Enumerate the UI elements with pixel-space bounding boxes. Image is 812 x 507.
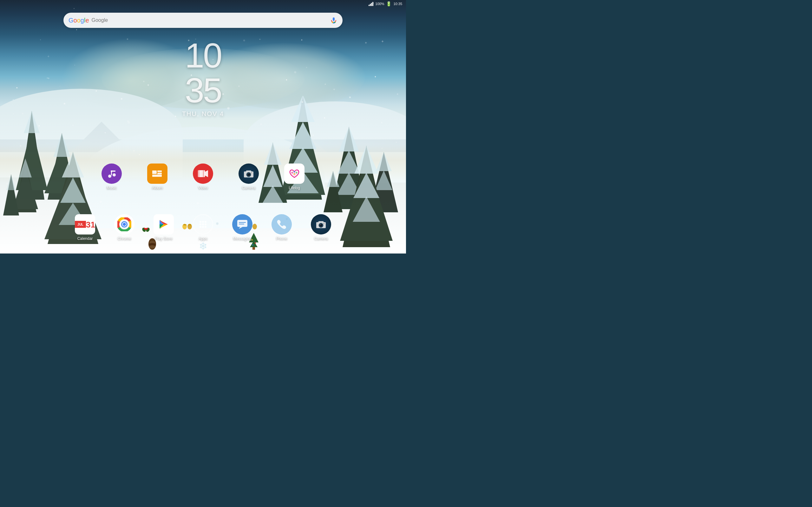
app-lifelog[interactable]: Lifelog (284, 164, 305, 190)
music-icon-bg (101, 164, 122, 184)
svg-rect-104 (152, 175, 162, 177)
clock-date: THU, NOV 4 (182, 110, 224, 118)
clock-minute: 35 (182, 73, 224, 108)
phone-icon-bg (271, 214, 292, 234)
svg-point-98 (113, 173, 116, 176)
svg-point-128 (200, 223, 201, 225)
svg-point-116 (296, 172, 298, 174)
status-icons: 100% 🔋 10:35 (368, 1, 402, 6)
microphone-icon[interactable] (330, 16, 338, 24)
chrome-icon-bg (114, 214, 135, 234)
calendar-label: Calendar (78, 236, 93, 241)
dock: JUL 31 Calendar Chrome (75, 214, 331, 241)
camera-mid-icon-bg (239, 164, 259, 184)
svg-point-114 (292, 172, 293, 174)
app-messaging[interactable]: Messaging (232, 214, 252, 241)
clock-widget: 10 35 THU, NOV 4 (182, 38, 224, 118)
app-video[interactable]: Video (193, 164, 213, 190)
svg-point-130 (205, 223, 206, 225)
svg-point-117 (294, 171, 295, 173)
svg-rect-142 (323, 223, 324, 224)
app-apps[interactable]: Apps (193, 214, 213, 241)
phone-label: Phone (276, 236, 287, 241)
svg-rect-92 (333, 17, 335, 21)
svg-rect-107 (199, 170, 199, 177)
app-camera-middle[interactable]: Camera (239, 164, 259, 190)
messaging-label: Messaging (233, 236, 252, 241)
svg-rect-103 (157, 173, 162, 174)
lifelog-icon-bg (284, 164, 305, 184)
app-chrome[interactable]: Chrome (114, 214, 135, 241)
svg-point-131 (200, 226, 201, 228)
search-field[interactable] (92, 17, 330, 23)
playstore-icon-bg (154, 214, 174, 234)
svg-marker-106 (205, 170, 208, 177)
lifelog-label: Lifelog (289, 186, 300, 190)
svg-point-126 (202, 221, 204, 223)
album-label: Album (152, 186, 163, 190)
svg-point-97 (108, 175, 111, 178)
signal-indicator (368, 2, 373, 6)
google-logo: Google (68, 17, 89, 24)
svg-point-125 (200, 221, 201, 223)
video-label: Video (198, 186, 208, 190)
album-icon-bg (147, 164, 167, 184)
status-bar: 100% 🔋 10:35 (0, 0, 406, 8)
svg-point-141 (320, 224, 321, 225)
battery-icon: 🔋 (386, 1, 392, 6)
camera-dock-icon-bg (311, 214, 331, 234)
app-playstore[interactable]: Play Store (154, 214, 174, 241)
app-camera-dock[interactable]: Camera (311, 214, 331, 241)
svg-point-127 (205, 221, 206, 223)
middle-apps-row: Music Album Video (101, 164, 305, 190)
app-phone[interactable]: Phone (271, 214, 292, 241)
chrome-label: Chrome (118, 236, 131, 241)
clock-hour: 10 (182, 38, 224, 73)
svg-point-115 (294, 173, 295, 175)
playstore-label: Play Store (155, 236, 172, 241)
svg-point-132 (202, 226, 204, 228)
app-music[interactable]: Music (101, 164, 122, 190)
search-input[interactable] (92, 13, 330, 28)
app-calendar[interactable]: JUL 31 Calendar (75, 214, 95, 241)
svg-rect-108 (203, 170, 204, 177)
battery-percentage: 100% (375, 2, 384, 6)
music-label: Music (107, 186, 116, 190)
svg-rect-100 (111, 170, 115, 172)
svg-rect-113 (251, 172, 252, 173)
google-search-bar[interactable]: Google (63, 13, 343, 28)
app-album[interactable]: Album (147, 164, 167, 190)
apps-icon-bg (193, 214, 213, 234)
svg-point-133 (205, 226, 206, 228)
apps-label: Apps (199, 236, 207, 241)
svg-rect-134 (237, 220, 247, 227)
svg-point-129 (202, 223, 204, 225)
messaging-icon-bg (232, 214, 252, 234)
camera-dock-label: Camera (314, 236, 328, 241)
status-time: 10:35 (393, 2, 402, 6)
svg-rect-101 (152, 170, 157, 174)
calendar-icon-bg: JUL 31 (75, 214, 95, 234)
svg-rect-102 (157, 170, 162, 172)
camera-mid-label: Camera (242, 186, 256, 190)
video-icon-bg (193, 164, 213, 184)
svg-point-122 (123, 223, 126, 226)
svg-point-112 (248, 174, 248, 174)
